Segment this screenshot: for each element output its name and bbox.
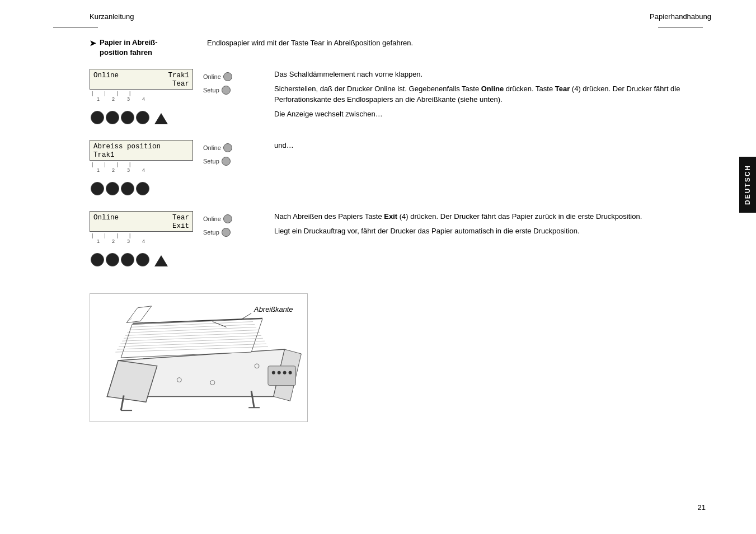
online-led-1	[223, 72, 232, 81]
btn-3-1[interactable]	[91, 253, 104, 266]
lcd-and-buttons-2: Abreiss position Trak1 | | | |	[90, 140, 199, 195]
section-intro: Endlospapier wird mit der Taste Tear in …	[207, 38, 706, 49]
desc-p1: Das Schalldämmelement nach vorne klappen…	[274, 69, 706, 80]
page-container: Kurzanleitung Papierhandhabung DEUTSCH ➤…	[0, 0, 756, 534]
button-row-1	[90, 103, 199, 124]
display-panel-wrap-3: Online Tear Exit | | | |	[90, 211, 263, 266]
section-heading: ➤ Papier in Abreiß-position fahren Endlo…	[90, 38, 706, 58]
lcd3-l1-right: Tear	[172, 214, 189, 222]
online-led-2	[223, 143, 232, 152]
svg-point-22	[289, 371, 292, 374]
online-row-2: Online	[203, 143, 232, 152]
btn-1-4[interactable]	[136, 111, 149, 124]
button-row-3	[90, 245, 199, 266]
online-led-3	[223, 214, 232, 223]
svg-rect-18	[268, 366, 296, 386]
desc-p2: Sicherstellen, daß der Drucker Online is…	[274, 83, 706, 105]
main-content: ➤ Papier in Abreiß-position fahren Endlo…	[0, 26, 756, 435]
setup-led-1	[222, 86, 231, 95]
online-label-1: Online	[203, 73, 221, 80]
svg-point-19	[272, 371, 275, 374]
lcd2-l2: Trak1	[93, 151, 115, 159]
lcd2-l1: Abreiss position	[93, 143, 161, 151]
svg-point-20	[278, 371, 281, 374]
lcd1-l1-right: Trak1	[168, 72, 189, 79]
lcd-and-buttons-3: Online Tear Exit | | | |	[90, 211, 199, 266]
abreiss-label: Abreißkante	[253, 305, 293, 313]
setup-row-3: Setup	[203, 228, 231, 237]
lcd-box-2: Abreiss position Trak1	[90, 140, 193, 161]
display-panel-wrap-2: Abreiss position Trak1 | | | |	[90, 140, 263, 195]
btn-3-4[interactable]	[136, 253, 149, 266]
section-arrow: ➤	[90, 39, 96, 48]
online-row-1: Online	[203, 72, 232, 81]
setup-row-1: Setup	[203, 86, 231, 95]
online-label-2: Online	[203, 144, 221, 151]
btn-2-2[interactable]	[106, 182, 119, 195]
section-title: Papier in Abreiß-position fahren	[100, 38, 195, 58]
display-row-2: Abreiss position Trak1 | | | |	[90, 140, 706, 195]
illustration-wrap: Abreißkante	[90, 293, 706, 424]
btn-1-3[interactable]	[121, 111, 134, 124]
button-row-2	[90, 174, 199, 195]
lcd-and-buttons-1: Online Trak1 Tear | | | |	[90, 69, 199, 124]
desc3-p1: Nach Abreißen des Papiers Taste Exit (4)…	[274, 211, 706, 222]
btn-3-2[interactable]	[106, 253, 119, 266]
btn-1-2[interactable]	[106, 111, 119, 124]
setup-led-3	[222, 228, 231, 237]
setup-label-2: Setup	[203, 158, 219, 165]
side-panel-1: Online Setup	[203, 69, 232, 95]
desc-p3: Die Anzeige wechselt zwischen…	[274, 109, 706, 120]
display-rows: Online Trak1 Tear | | | |	[90, 69, 706, 282]
online-row-3: Online	[203, 214, 232, 223]
btn-2-3[interactable]	[121, 182, 134, 195]
setup-label-3: Setup	[203, 229, 219, 236]
display-row-1: Online Trak1 Tear | | | |	[90, 69, 706, 124]
online-label-3: Online	[203, 216, 221, 222]
lcd-box-3: Online Tear Exit	[90, 211, 193, 232]
header: Kurzanleitung Papierhandhabung	[0, 0, 756, 26]
side-panel-2: Online Setup	[203, 140, 232, 166]
lcd3-l2-right: Exit	[172, 222, 189, 230]
desc-text-3: Nach Abreißen des Papiers Taste Exit (4)…	[274, 211, 706, 240]
btn-triangle-3[interactable]	[154, 255, 168, 266]
desc-text-1: Das Schalldämmelement nach vorne klappen…	[274, 69, 706, 123]
lcd-box-1: Online Trak1 Tear	[90, 69, 193, 90]
lcd1-l1-left: Online	[93, 72, 119, 79]
btn-2-4[interactable]	[136, 182, 149, 195]
lcd3-l1-left: Online	[93, 214, 119, 222]
desc3-p2: Liegt ein Druckauftrag vor, fährt der Dr…	[274, 226, 706, 237]
display-panel-wrap-1: Online Trak1 Tear | | | |	[90, 69, 263, 124]
btn-3-3[interactable]	[121, 253, 134, 266]
page-number: 21	[698, 503, 706, 512]
setup-label-1: Setup	[203, 87, 219, 93]
desc-text-2: und…	[274, 140, 706, 154]
setup-led-2	[222, 157, 231, 166]
printer-illustration: Abreißkante	[90, 293, 308, 422]
header-right: Papierhandhabung	[650, 12, 711, 21]
btn-1-1[interactable]	[91, 111, 104, 124]
und-text: und…	[274, 140, 706, 151]
setup-row-2: Setup	[203, 157, 231, 166]
side-panel-3: Online Setup	[203, 211, 232, 237]
svg-point-21	[283, 371, 287, 374]
header-left: Kurzanleitung	[90, 12, 134, 21]
btn-2-1[interactable]	[91, 182, 104, 195]
display-row-3: Online Tear Exit | | | |	[90, 211, 706, 266]
lcd1-l2-right: Tear	[172, 80, 189, 88]
btn-triangle-1[interactable]	[154, 113, 168, 124]
